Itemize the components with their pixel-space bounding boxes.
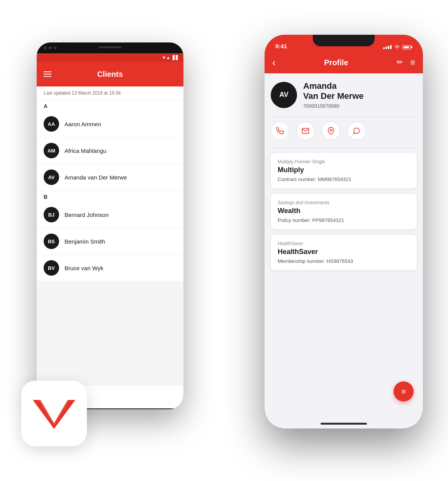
email-button[interactable] [296,122,315,140]
client-name: Bernard Johnson [64,212,109,218]
wealth-product-card[interactable]: Savings and Investments Wealth Policy nu… [271,194,417,229]
list-item[interactable]: AA Aaron Ammen [37,111,183,137]
signal-bars-icon [383,45,392,49]
wealth-policy-number: Policy number: PP987654321 [278,217,410,223]
profile-phone-number: 7000015670080 [303,103,364,109]
wealth-product-name: Wealth [278,207,410,215]
wealth-product-type: Savings and Investments [278,200,410,205]
profile-last-name: Van Der Merwe [303,91,364,101]
multiply-contract-number: Contract number: MM987654321 [278,176,410,182]
location-button[interactable] [322,122,340,140]
iphone: 9:41 [265,35,423,428]
location-icon [327,127,335,135]
list-item[interactable]: BJ Bernard Johnson [37,202,183,228]
divider-2 [271,148,417,148]
android-header: Clients [37,62,183,86]
profile-avatar: AV [271,82,297,108]
iphone-screen: 9:41 [265,35,423,428]
android-phone: ▼▲ ▋▋ Clients Last updated 13 March 2019… [37,42,183,409]
whatsapp-icon [353,127,360,135]
iphone-time: 9:41 [275,43,287,49]
avatar: AM [44,143,59,158]
healthsaver-number-label: Membership number: [278,258,325,264]
header-actions: ✏ ≡ [397,58,415,68]
edit-icon[interactable]: ✏ [397,58,403,68]
fab-icon: ≡ [401,387,406,396]
avatar: AA [44,116,59,132]
multiply-product-name: Multiply [278,166,410,174]
android-speaker [98,46,122,48]
client-name: Benjamin Smith [64,238,105,245]
divider-1 [271,117,417,117]
back-button[interactable]: ‹ [272,57,276,69]
section-b-label: B [37,191,183,202]
list-item[interactable]: AV Amanda van Der Merwe [37,164,183,191]
android-screen: ▼▲ ▋▋ Clients Last updated 13 March 2019… [37,53,183,385]
client-name: Africa Mahlangu [64,147,106,154]
last-updated-text: Last updated 13 March 2019 at 15:34 [37,86,183,100]
list-item[interactable]: BS Benjamin Smith [37,228,183,255]
profile-full-name: Amanda Van Der Merwe [303,81,364,102]
contact-icons-row [271,122,417,140]
healthsaver-membership-number: Membership number: HS9876543 [278,258,410,264]
avatar: AV [44,169,59,185]
svg-point-0 [330,129,332,131]
multiply-number-label: Contract number: [278,176,316,182]
android-header-title: Clients [97,70,123,79]
phone-icon [276,127,284,135]
healthsaver-product-name: HealthSaver [278,248,410,256]
scene: ▼▲ ▋▋ Clients Last updated 13 March 2019… [0,0,448,481]
client-name: Amanda van Der Merwe [64,174,127,181]
fab-button[interactable]: ≡ [394,381,414,401]
profile-info: Amanda Van Der Merwe 7000015670080 [303,81,364,109]
wealth-number-value: PP987654321 [312,217,344,223]
healthsaver-number-value: HS9876543 [326,258,353,264]
android-camera [44,46,57,49]
multiply-number-value: MM987654321 [318,176,351,182]
healthsaver-product-card[interactable]: HealthSaver HealthSaver Membership numbe… [271,235,417,270]
wifi-icon [394,45,400,49]
android-notch-bar [37,42,183,53]
wealth-number-label: Policy number: [278,217,311,223]
client-name: Aaron Ammen [64,121,101,127]
menu-icon[interactable]: ≡ [410,58,415,68]
phone-call-button[interactable] [271,122,289,140]
whatsapp-button[interactable] [347,122,366,140]
android-wifi-icon: ▼▲ [162,55,170,60]
client-list: A AA Aaron Ammen AM Africa Mahlangu AV A… [37,100,183,281]
list-item[interactable]: AM Africa Mahlangu [37,137,183,164]
email-icon [302,127,309,135]
logo-card [21,381,87,446]
profile-screen: AV Amanda Van Der Merwe 7000015670080 [265,73,423,428]
healthsaver-product-type: HealthSaver [278,241,410,246]
v-logo [33,398,75,429]
multiply-product-card[interactable]: Multiply Premier Single Multiply Contrac… [271,153,417,188]
android-signal-icon: ▋▋ [173,55,179,60]
avatar: BV [44,260,59,276]
multiply-product-type: Multiply Premier Single [278,159,410,164]
android-status-bar: ▼▲ ▋▋ [37,53,183,62]
avatar: BJ [44,207,59,222]
profile-first-name: Amanda [303,81,337,91]
iphone-header: ‹ Profile ✏ ≡ [265,52,423,73]
avatar: BS [44,234,59,249]
iphone-notch [313,35,375,46]
profile-header: AV Amanda Van Der Merwe 7000015670080 [271,81,417,109]
section-a-label: A [37,100,183,111]
client-name: Bruce van Wyk [64,265,104,271]
iphone-header-title: Profile [324,58,348,67]
hamburger-menu-icon[interactable] [44,71,51,77]
battery-icon [402,45,412,49]
list-item[interactable]: BV Bruce van Wyk [37,255,183,281]
iphone-home-indicator [321,423,367,425]
iphone-status-icons [383,45,412,49]
